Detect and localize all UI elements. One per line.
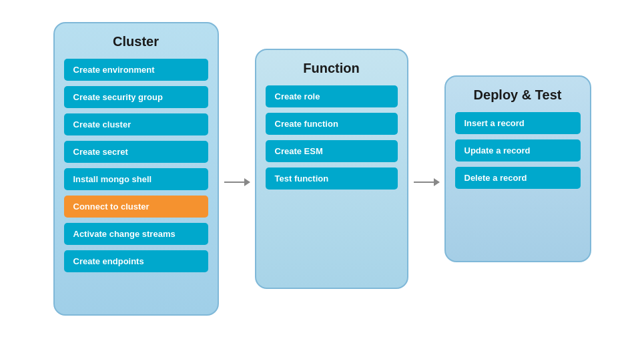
- arrow-function-to-deploy: [414, 182, 439, 183]
- cluster-item-create-security-group[interactable]: Create security group: [64, 86, 208, 108]
- arrow-line-1: [224, 182, 250, 183]
- function-item-create-role[interactable]: Create role: [266, 85, 398, 107]
- function-item-test-function[interactable]: Test function: [266, 167, 398, 190]
- arrow-cluster-to-function: [224, 182, 250, 183]
- cluster-item-connect-to-cluster[interactable]: Connect to cluster: [64, 196, 208, 218]
- cluster-title: Cluster: [113, 34, 159, 49]
- deploy-item-update-record[interactable]: Update a record: [455, 139, 581, 161]
- deploy-panel: Deploy & Test Insert a record Update a r…: [444, 75, 591, 262]
- function-item-create-function[interactable]: Create function: [266, 113, 398, 135]
- deploy-title: Deploy & Test: [474, 87, 562, 103]
- cluster-item-activate-change-streams[interactable]: Activate change streams: [64, 223, 208, 245]
- diagram: Cluster Create environment Create securi…: [40, 9, 605, 329]
- cluster-panel: Cluster Create environment Create securi…: [53, 22, 219, 316]
- cluster-item-create-environment[interactable]: Create environment: [64, 59, 208, 81]
- deploy-item-delete-record[interactable]: Delete a record: [455, 167, 581, 189]
- deploy-item-insert-record[interactable]: Insert a record: [455, 112, 581, 134]
- cluster-item-create-cluster[interactable]: Create cluster: [64, 113, 208, 135]
- function-panel: Function Create role Create function Cre…: [255, 49, 408, 289]
- arrow-line-2: [414, 182, 439, 183]
- function-title: Function: [303, 61, 359, 76]
- function-item-create-esm[interactable]: Create ESM: [266, 140, 398, 162]
- cluster-item-create-secret[interactable]: Create secret: [64, 141, 208, 163]
- cluster-item-install-mongo-shell[interactable]: Install mongo shell: [64, 168, 208, 190]
- cluster-item-create-endpoints[interactable]: Create endpoints: [64, 250, 208, 272]
